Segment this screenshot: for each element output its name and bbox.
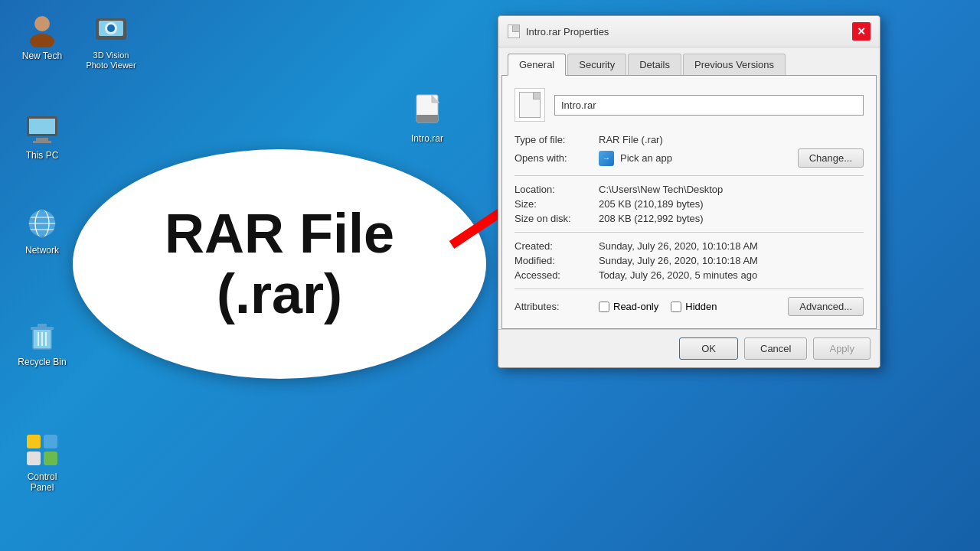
divider-3 xyxy=(514,289,864,289)
pick-app-icon: → xyxy=(599,151,614,166)
new-tech-label: New Tech xyxy=(22,51,62,61)
dialog-tabs: General Security Details Previous Versio… xyxy=(498,47,880,75)
tab-previous-versions[interactable]: Previous Versions xyxy=(683,54,786,75)
tab-content-general: Type of file: RAR File (.rar) Opens with… xyxy=(501,75,877,329)
attr-checkboxes: Read-only Hidden Advanced... xyxy=(599,297,864,316)
oval-text: RAR File (.rar) xyxy=(165,204,394,324)
this-pc-label: This PC xyxy=(26,150,59,161)
size-label: Size: xyxy=(514,198,599,210)
hidden-checkbox-label[interactable]: Hidden xyxy=(671,301,717,312)
recycle-bin-label: Recycle Bin xyxy=(18,357,66,367)
size-row: Size: 205 KB (210,189 bytes) xyxy=(514,198,864,210)
file-icon-inner xyxy=(519,92,541,118)
created-row: Created: Sunday, July 26, 2020, 10:10:18… xyxy=(514,240,864,252)
opens-with-row: Opens with: → Pick an app Change... xyxy=(514,148,864,168)
cancel-button[interactable]: Cancel xyxy=(744,337,807,360)
control-panel-label: Control Panel xyxy=(15,471,70,494)
created-label: Created: xyxy=(514,240,599,252)
desktop-icon-this-pc[interactable]: This PC xyxy=(11,107,73,164)
accessed-label: Accessed: xyxy=(514,269,599,281)
accessed-row: Accessed: Today, July 26, 2020, 5 minute… xyxy=(514,269,864,281)
svg-point-5 xyxy=(107,24,115,32)
hidden-label: Hidden xyxy=(685,301,717,312)
type-of-file-label: Type of file: xyxy=(514,134,599,145)
desktop-icon-intro-rar[interactable]: Intro.rar xyxy=(397,90,458,147)
dialog-title-text: Intro.rar Properties xyxy=(526,26,609,37)
svg-point-1 xyxy=(30,34,54,47)
size-value: 205 KB (210,189 bytes) xyxy=(599,198,864,210)
readonly-label: Read-only xyxy=(613,301,658,312)
dialog-buttons: OK Cancel Apply xyxy=(498,329,880,367)
dialog-title-left: Intro.rar Properties xyxy=(508,24,609,38)
svg-rect-8 xyxy=(36,138,48,141)
dialog-title-icon xyxy=(508,24,520,38)
readonly-checkbox[interactable] xyxy=(599,302,609,312)
svg-rect-24 xyxy=(27,435,41,448)
accessed-value: Today, July 26, 2020, 5 minutes ago xyxy=(599,269,864,281)
dialog-titlebar: Intro.rar Properties ✕ xyxy=(498,16,880,47)
advanced-button[interactable]: Advanced... xyxy=(788,297,864,316)
divider-1 xyxy=(514,175,864,176)
network-icon xyxy=(24,205,60,242)
location-value: C:\Users\New Tech\Desktop xyxy=(599,184,864,195)
tab-security[interactable]: Security xyxy=(567,54,626,75)
file-icon xyxy=(514,88,545,122)
size-on-disk-row: Size on disk: 208 KB (212,992 bytes) xyxy=(514,213,864,224)
divider-2 xyxy=(514,232,864,233)
apply-button[interactable]: Apply xyxy=(813,337,871,360)
filename-input[interactable] xyxy=(554,95,864,116)
svg-rect-9 xyxy=(33,141,51,143)
desktop-icon-network[interactable]: Network xyxy=(11,202,73,259)
attributes-row: Attributes: Read-only Hidden Advanced... xyxy=(514,297,864,316)
opens-with-label: Opens with: xyxy=(514,152,599,164)
ok-button[interactable]: OK xyxy=(679,337,738,360)
attributes-label: Attributes: xyxy=(514,301,599,312)
3d-vision-icon xyxy=(93,11,129,47)
rar-oval-annotation: RAR File (.rar) xyxy=(73,149,486,379)
svg-rect-11 xyxy=(416,115,438,122)
3d-vision-label: 3D Vision Photo Viewer xyxy=(86,51,136,70)
desktop-icon-new-tech[interactable]: New Tech xyxy=(11,8,73,64)
size-on-disk-value: 208 KB (212,992 bytes) xyxy=(599,213,864,224)
dialog-close-button[interactable]: ✕ xyxy=(852,22,871,41)
properties-dialog: Intro.rar Properties ✕ General Security … xyxy=(498,15,880,368)
intro-rar-icon xyxy=(409,93,446,130)
control-panel-icon xyxy=(24,432,60,468)
type-of-file-value: RAR File (.rar) xyxy=(599,134,864,145)
modified-row: Modified: Sunday, July 26, 2020, 10:10:1… xyxy=(514,255,864,266)
tab-details[interactable]: Details xyxy=(628,54,681,75)
recycle-bin-icon xyxy=(24,317,60,354)
pick-app-area: → Pick an app Change... xyxy=(599,148,864,168)
modified-value: Sunday, July 26, 2020, 10:10:18 AM xyxy=(599,255,864,266)
type-of-file-row: Type of file: RAR File (.rar) xyxy=(514,134,864,145)
readonly-checkbox-label[interactable]: Read-only xyxy=(599,301,658,312)
size-on-disk-label: Size on disk: xyxy=(514,213,599,224)
this-pc-icon xyxy=(24,110,60,147)
svg-rect-25 xyxy=(44,435,57,448)
hidden-checkbox[interactable] xyxy=(671,302,681,312)
svg-rect-26 xyxy=(27,452,41,465)
svg-rect-7 xyxy=(29,119,55,134)
change-button[interactable]: Change... xyxy=(798,148,864,168)
created-value: Sunday, July 26, 2020, 10:10:18 AM xyxy=(599,240,864,252)
pick-app-text: Pick an app xyxy=(620,152,672,164)
svg-rect-20 xyxy=(38,324,47,328)
svg-point-0 xyxy=(34,16,50,31)
svg-rect-27 xyxy=(44,452,57,465)
location-row: Location: C:\Users\New Tech\Desktop xyxy=(514,184,864,195)
location-label: Location: xyxy=(514,184,599,195)
new-tech-icon xyxy=(24,11,60,47)
desktop-icon-3d-vision[interactable]: 3D Vision Photo Viewer xyxy=(80,8,142,73)
filename-row xyxy=(514,88,864,122)
desktop-icon-control-panel[interactable]: Control Panel xyxy=(11,429,73,497)
network-label: Network xyxy=(25,245,59,256)
desktop-icon-recycle-bin[interactable]: Recycle Bin xyxy=(11,314,73,370)
modified-label: Modified: xyxy=(514,255,599,266)
intro-rar-label: Intro.rar xyxy=(411,133,443,144)
tab-general[interactable]: General xyxy=(508,54,566,76)
